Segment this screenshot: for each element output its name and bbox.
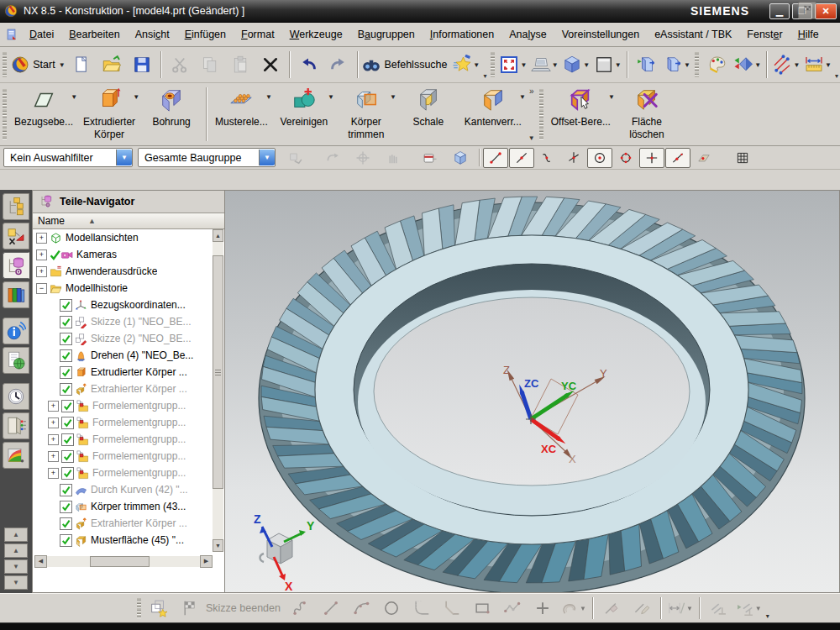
toolbar-grip[interactable] bbox=[491, 52, 495, 76]
menu-ansicht[interactable]: Ansicht bbox=[128, 26, 177, 43]
menu-format[interactable]: Format bbox=[234, 26, 282, 43]
undo-button[interactable] bbox=[293, 51, 323, 78]
tree-row[interactable]: +Formelementgrupp... bbox=[33, 414, 224, 431]
command-search-button[interactable]: Befehlssuche bbox=[361, 51, 450, 78]
sidebar-scroll-bottom-button[interactable]: ▼ bbox=[4, 575, 28, 590]
close-button[interactable]: ✕ bbox=[815, 3, 837, 19]
offset-curve-dropdown-icon[interactable]: ▼ bbox=[580, 605, 586, 612]
tree-row[interactable]: Extrudierter Körper ... bbox=[33, 364, 224, 381]
snap-existing-point-button[interactable] bbox=[639, 148, 664, 168]
snap-point-on-line-button[interactable] bbox=[665, 148, 690, 168]
offset-bereich-button[interactable]: Offset-Bere...▼ bbox=[546, 83, 616, 145]
tree-row[interactable]: +Modellansichten bbox=[33, 229, 224, 246]
tree-row[interactable]: Körper trimmen (43... bbox=[33, 498, 224, 515]
toolbar-overflow[interactable]: »▼ bbox=[527, 83, 537, 145]
feature-checkbox[interactable] bbox=[60, 316, 72, 328]
sketch-new-button[interactable] bbox=[144, 595, 174, 622]
tree-row[interactable]: Durch Kurven (42) "... bbox=[33, 481, 224, 498]
shaded-view-button[interactable]: ▼ bbox=[560, 51, 591, 78]
scroll-down-icon[interactable]: ▼ bbox=[213, 539, 223, 552]
sidebar-web-browser[interactable] bbox=[3, 347, 29, 374]
auto-constrain-dropdown-icon[interactable]: ▼ bbox=[755, 605, 762, 612]
horizontal-scrollbar[interactable]: ◀ ▶ bbox=[34, 555, 213, 567]
snap-midpoint-button[interactable] bbox=[509, 148, 534, 168]
feature-checkbox[interactable] bbox=[61, 400, 74, 412]
chevron-down-icon[interactable]: ▼ bbox=[528, 134, 535, 142]
scroll-left-icon[interactable]: ◀ bbox=[34, 555, 47, 568]
tree-row[interactable]: −Modellhistorie bbox=[33, 280, 224, 297]
selection-scope-dropdown[interactable]: Gesamte Baugruppe ▼ bbox=[138, 148, 276, 167]
edit-object-display-button[interactable] bbox=[701, 51, 732, 78]
sidebar-part-navigator[interactable] bbox=[3, 252, 29, 279]
tree-row[interactable]: +Anwenderausdrücke bbox=[33, 263, 224, 280]
collapse-icon[interactable]: − bbox=[36, 283, 47, 294]
redo-button[interactable] bbox=[323, 51, 354, 78]
expand-icon[interactable]: + bbox=[48, 417, 59, 428]
vereinigen-dropdown-icon[interactable]: ▼ bbox=[328, 93, 334, 101]
tree-row[interactable]: Drehen (4) "NEO_Be... bbox=[33, 347, 224, 364]
menu-voreinstellungen[interactable]: Voreinstellungen bbox=[554, 26, 647, 43]
expand-icon[interactable]: + bbox=[36, 249, 47, 260]
koerper-trimmen-dropdown-icon[interactable]: ▼ bbox=[390, 93, 396, 101]
snap-center-button[interactable] bbox=[587, 148, 612, 168]
tree-row[interactable]: +Formelementgrupp... bbox=[33, 448, 224, 465]
highlight-box-button[interactable] bbox=[415, 147, 445, 169]
menu-werkzeuge[interactable]: Werkzeuge bbox=[282, 26, 350, 43]
toolbar-grip[interactable] bbox=[539, 89, 543, 139]
display-mode-dropdown-icon[interactable]: ▼ bbox=[552, 61, 559, 69]
vertical-scrollbar[interactable]: ▲ ▼ bbox=[213, 229, 223, 552]
chevron-down-icon[interactable]: ▼ bbox=[116, 150, 132, 165]
feature-checkbox[interactable] bbox=[61, 450, 74, 463]
save-button[interactable] bbox=[127, 51, 157, 78]
menu-hilfe[interactable]: Hilfe bbox=[790, 26, 827, 43]
bohrung-button[interactable]: Bohrung bbox=[140, 83, 202, 145]
snap-intersection-button[interactable] bbox=[561, 148, 586, 168]
tree-row[interactable]: Extrahierter Körper ... bbox=[33, 381, 224, 397]
scroll-right-icon[interactable]: ▶ bbox=[200, 555, 213, 568]
menu-einf-gen[interactable]: Einfügen bbox=[177, 26, 234, 43]
start-button[interactable]: Start▼ bbox=[9, 51, 66, 78]
menu-bearbeiten[interactable]: Bearbeiten bbox=[61, 26, 127, 43]
sidebar-hd3d-tools[interactable] bbox=[3, 318, 29, 344]
feature-checkbox[interactable] bbox=[60, 517, 72, 530]
tree-row[interactable]: Skizze (1) "NEO_BE... bbox=[33, 313, 224, 330]
inferred-dimension-dropdown-icon[interactable]: ▼ bbox=[686, 605, 693, 612]
feature-checkbox[interactable] bbox=[60, 383, 72, 396]
tree-row[interactable]: Musterfläche (45) "... bbox=[33, 532, 224, 549]
render-style-dropdown-icon[interactable]: ▼ bbox=[754, 61, 761, 69]
feature-checkbox[interactable] bbox=[60, 501, 72, 513]
musterelement-dropdown-icon[interactable]: ▼ bbox=[265, 93, 272, 101]
vereinigen-button[interactable]: Vereinigen▼ bbox=[273, 83, 335, 145]
tree-row[interactable]: Extrahierter Körper ... bbox=[33, 515, 224, 532]
bezugsebene-button[interactable]: Bezugsebe...▼ bbox=[9, 83, 78, 145]
window-view-1-button[interactable] bbox=[631, 51, 661, 78]
offset-bereich-dropdown-icon[interactable]: ▼ bbox=[608, 93, 615, 101]
window-view-2-button[interactable]: ▼ bbox=[661, 51, 692, 78]
toolbar-grip[interactable] bbox=[695, 52, 699, 76]
sidebar-history[interactable] bbox=[3, 383, 29, 410]
menu-analyse[interactable]: Analyse bbox=[501, 26, 554, 43]
window-menu-icon[interactable] bbox=[5, 28, 18, 41]
view-style-button[interactable]: ▼ bbox=[591, 51, 622, 78]
measure-distance-dropdown-icon[interactable]: ▼ bbox=[825, 61, 832, 69]
musterelement-button[interactable]: Musterele...▼ bbox=[210, 83, 273, 145]
minimize-button[interactable]: ▁ bbox=[769, 3, 790, 19]
kantenverrundung-button[interactable]: Kantenverr...▼ bbox=[459, 83, 527, 145]
delete-button[interactable] bbox=[255, 51, 286, 78]
toolbar-grip[interactable] bbox=[3, 89, 7, 139]
sidebar-roles[interactable] bbox=[3, 442, 29, 469]
expand-icon[interactable]: + bbox=[48, 401, 59, 412]
expand-icon[interactable]: + bbox=[48, 468, 59, 479]
extrudieren-dropdown-icon[interactable]: ▼ bbox=[133, 93, 139, 101]
sidebar-scroll-down-button[interactable]: ▼ bbox=[4, 559, 28, 574]
menu-eassistant-tbk[interactable]: eAssistant / TBK bbox=[647, 26, 739, 43]
open-button[interactable] bbox=[97, 51, 127, 78]
expand-icon[interactable]: + bbox=[48, 451, 59, 462]
tree-row[interactable]: +Formelementgrupp... bbox=[33, 397, 224, 414]
toolbar-overflow-icon[interactable]: ▾ bbox=[835, 72, 838, 82]
feature-checkbox[interactable] bbox=[60, 299, 72, 312]
expand-icon[interactable]: + bbox=[36, 266, 47, 277]
sidebar-constraint-navigator[interactable] bbox=[3, 223, 29, 249]
measure-dropdown-icon[interactable]: ▼ bbox=[793, 61, 800, 69]
graphics-viewport[interactable]: ZYXZCYCXC ZYX bbox=[225, 190, 840, 593]
